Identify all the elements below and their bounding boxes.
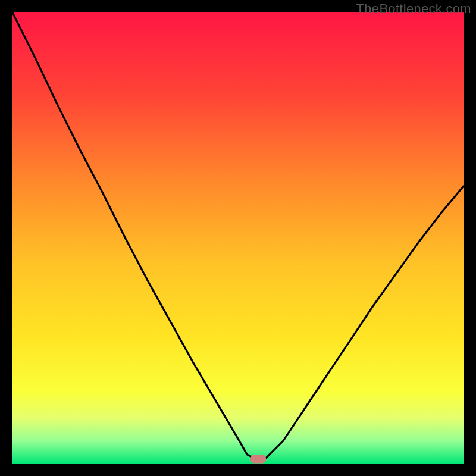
watermark-text: TheBottleneck.com (356, 1, 471, 17)
bottleneck-chart (0, 0, 476, 476)
optimum-marker (250, 455, 266, 463)
plot-area (12, 12, 464, 464)
chart-container: TheBottleneck.com (0, 0, 476, 476)
